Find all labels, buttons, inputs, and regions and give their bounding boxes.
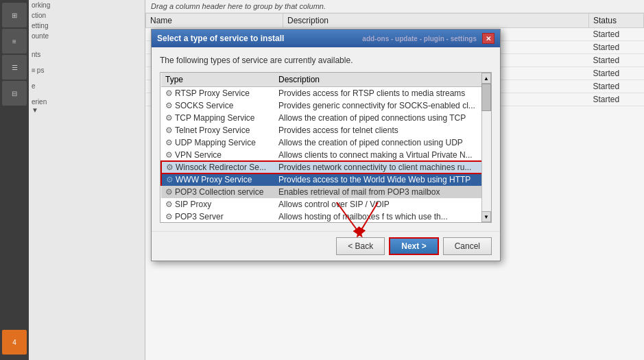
service-type-row[interactable]: ⚙UDP Mapping Service Allows the creation… (161, 136, 490, 149)
dialog-footer: < Back Next > Cancel (152, 231, 500, 261)
service-type-row[interactable]: ⚙SOCKS Service Provides generic connecti… (161, 99, 490, 112)
dialog-subtitle: add-ons - update - plugin - settings (362, 35, 477, 43)
service-type-row-highlighted[interactable]: ⚙Winsock Redirector Se... Provides netwo… (161, 161, 490, 173)
sidebar-icon-2[interactable]: ≡ (2, 29, 27, 53)
left-panel-label-3: etting (29, 21, 145, 31)
sidebar-icon-1[interactable]: ⊞ (2, 3, 27, 27)
scroll-thumb[interactable] (481, 84, 491, 111)
left-panel: orking ction etting ounte nts ≡ps e erie… (29, 0, 145, 360)
left-panel-label-1: orking (29, 0, 145, 10)
col-type-header: Type (161, 73, 274, 87)
sidebar-icon-4[interactable]: ⊟ (2, 81, 27, 106)
service-type-table: Type Description ⚙RTSP Proxy Service Pro… (160, 73, 491, 223)
cancel-button[interactable]: Cancel (443, 237, 492, 255)
col-status: Status (589, 14, 644, 28)
service-type-dialog: Select a type of service to install add-… (151, 29, 501, 261)
left-panel-label-8: erien (29, 97, 145, 107)
service-type-row-selected[interactable]: ⚙WWW Proxy Service Provides access to th… (161, 173, 490, 186)
col-name: Name (146, 14, 283, 28)
left-panel-label-4: ounte (29, 31, 145, 41)
sidebar-icon-bottom[interactable]: 4 (2, 330, 27, 355)
left-panel-label-7: e (29, 81, 145, 91)
service-type-row[interactable]: ⚙TCP Mapping Service Allows the creation… (161, 112, 490, 124)
left-panel-label-2: ction (29, 10, 145, 21)
sidebar-icon-3[interactable]: ☰ (2, 55, 27, 80)
back-button[interactable]: < Back (336, 237, 385, 255)
left-panel-label-5: nts (29, 49, 145, 60)
sidebar: ⊞ ≡ ☰ ⊟ 4 (0, 0, 29, 360)
dialog-body: The following types of service are curre… (152, 47, 500, 231)
service-type-table-container[interactable]: Type Description ⚙RTSP Proxy Service Pro… (160, 72, 492, 223)
col-description: Description (283, 14, 589, 28)
scroll-down-btn[interactable]: ▼ (481, 211, 491, 222)
col-desc-header: Description (274, 73, 490, 87)
service-type-row[interactable]: ⚙POP3 Server Allows hosting of mailboxes… (161, 211, 490, 223)
dialog-titlebar: Select a type of service to install add-… (152, 29, 500, 47)
service-type-row[interactable]: ⚙RTSP Proxy Service Provides access for … (161, 87, 490, 100)
service-type-row[interactable]: ⚙Telnet Proxy Service Provides access fo… (161, 124, 490, 136)
service-type-row[interactable]: ⚙SIP Proxy Allows control over SIP / VOI… (161, 198, 490, 211)
dialog-intro-text: The following types of service are curre… (160, 56, 492, 65)
drag-hint: Drag a column header here to group by th… (145, 0, 644, 13)
scroll-up-btn[interactable]: ▲ (481, 73, 491, 84)
dialog-title: Select a type of service to install (157, 34, 362, 43)
left-panel-label-6: ≡ps (29, 65, 145, 75)
scrollbar[interactable]: ▲ ▼ (481, 73, 491, 222)
next-button[interactable]: Next > (389, 237, 438, 255)
service-type-row[interactable]: ⚙VPN Service Allows clients to connect m… (161, 149, 490, 161)
service-type-row[interactable]: ⚙POP3 Collection service Enables retriev… (161, 186, 490, 198)
dialog-close-button[interactable]: ✕ (482, 33, 494, 44)
